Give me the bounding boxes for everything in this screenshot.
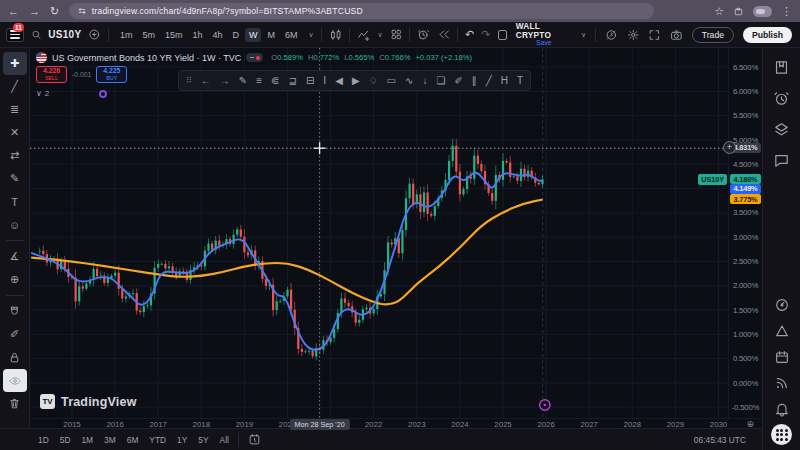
legend-toggle-icon[interactable] (246, 53, 263, 62)
hide-drawings-icon[interactable] (3, 369, 27, 392)
text-tool-icon[interactable]: T (3, 190, 27, 213)
chart-legend[interactable]: US Government Bonds 10 YR Yield · 1W · T… (36, 52, 472, 63)
layout-checkbox-icon[interactable] (498, 30, 507, 40)
zoom-tool-icon[interactable]: ⊕ (3, 268, 27, 291)
range-1d[interactable]: 1D (38, 435, 49, 445)
range-ytd[interactable]: YTD (149, 435, 166, 445)
chat-icon[interactable] (771, 149, 793, 171)
buy-button[interactable]: 4.225 BUY (96, 66, 127, 83)
timeframe-15m[interactable]: 15m (161, 28, 187, 42)
bell-icon[interactable] (771, 398, 793, 420)
plugin-dot-icon[interactable] (99, 90, 107, 98)
lock-tool-icon[interactable] (3, 346, 27, 369)
add-alert-button[interactable]: + (723, 141, 736, 154)
pattern-tool-icon[interactable]: ✕ (3, 121, 27, 144)
camera-icon[interactable] (670, 28, 683, 42)
alert-clock-icon[interactable] (417, 28, 430, 42)
trend-line-icon[interactable]: ╱ (486, 76, 492, 86)
timeframe-chevron-icon[interactable]: ∨ (308, 31, 313, 39)
timeframe-1h[interactable]: 1h (188, 28, 206, 42)
redo-icon[interactable]: ↷ (481, 28, 490, 41)
star-icon[interactable]: ☆ (714, 6, 724, 17)
market-status-icon[interactable] (605, 28, 618, 42)
text-tool-icon[interactable]: T (517, 76, 523, 86)
timeframe-M[interactable]: M (263, 28, 279, 42)
trash-icon[interactable] (3, 392, 27, 415)
calendar-icon[interactable] (771, 346, 793, 368)
templates-grid-icon[interactable] (390, 28, 403, 41)
layout-chevron-icon[interactable]: ∨ (581, 31, 586, 39)
draw-mode-icon[interactable]: ✐ (3, 323, 27, 346)
search-icon[interactable] (31, 29, 42, 40)
range-all[interactable]: All (220, 435, 229, 445)
callout-icon[interactable]: ❏ (436, 76, 445, 86)
gear-icon[interactable] (627, 28, 640, 42)
save-label[interactable]: Save (536, 40, 551, 47)
range-1y[interactable]: 1Y (177, 435, 187, 445)
undo-icon[interactable]: ↶ (465, 28, 474, 41)
layers-icon[interactable] (771, 118, 793, 140)
hotlist-icon[interactable] (771, 294, 793, 316)
volume-profile-icon[interactable]: ∥ (472, 76, 477, 86)
ideas-icon[interactable] (771, 320, 793, 342)
channel-flat-icon[interactable]: ⊟ (306, 76, 314, 86)
range-6m[interactable]: 6M (127, 435, 139, 445)
fib-tool-icon[interactable]: ≣ (3, 98, 27, 121)
measure-tool-icon[interactable]: ∡ (3, 245, 27, 268)
price-axis[interactable]: 6.500%6.000%5.500%5.000%4.500%4.000%3.50… (728, 48, 762, 428)
arrow-right-icon[interactable]: → (220, 76, 230, 86)
sell-button[interactable]: 4.226 SELL (36, 66, 67, 83)
chart-canvas[interactable] (30, 48, 728, 418)
range-1m[interactable]: 1M (81, 435, 93, 445)
indicators-icon[interactable] (357, 28, 370, 42)
crosshair-tool-icon[interactable]: ✚ (3, 52, 27, 75)
indicators-collapse-button[interactable]: ∨ 2 (36, 89, 49, 98)
rectangle-icon[interactable]: ▭ (387, 76, 396, 86)
range-5d[interactable]: 5D (60, 435, 71, 445)
parallel-lines-icon[interactable]: ≡ (256, 76, 262, 86)
brush-tool-icon[interactable]: ✎ (3, 167, 27, 190)
fullscreen-icon[interactable] (648, 28, 661, 42)
time-axis[interactable]: ⊕ 20152016201720182019202020212022202320… (30, 418, 762, 428)
apps-grid-icon[interactable] (771, 424, 792, 445)
extensions-icon[interactable] (733, 6, 744, 17)
timeframe-6M[interactable]: 6M (281, 28, 302, 42)
timeframe-D[interactable]: D (228, 28, 243, 42)
pencil-icon[interactable]: ✎ (239, 76, 247, 86)
prediction-tool-icon[interactable]: ⇄ (3, 144, 27, 167)
flag-left-icon[interactable]: ◀ (335, 76, 343, 86)
news-icon[interactable] (771, 372, 793, 394)
range-3m[interactable]: 3M (104, 435, 116, 445)
back-icon[interactable]: ← (8, 6, 19, 17)
flag-right-icon[interactable]: ▶ (352, 76, 360, 86)
range-5y[interactable]: 5Y (198, 435, 208, 445)
wave-icon[interactable]: ∿ (405, 76, 413, 86)
timeframe-1m[interactable]: 1m (116, 28, 137, 42)
publish-button[interactable]: Publish (743, 27, 792, 43)
candles-icon[interactable] (329, 28, 342, 42)
arrow-left-icon[interactable]: ← (201, 76, 211, 86)
timeframe-W[interactable]: W (245, 28, 262, 42)
timeframe-4h[interactable]: 4h (208, 28, 226, 42)
menu-icon[interactable]: ⋮ (781, 6, 792, 17)
indicators-chevron-icon[interactable]: ∨ (378, 31, 383, 39)
drag-handle-icon[interactable]: ⠿ (186, 77, 192, 85)
pin-icon[interactable]: ✐ (454, 76, 462, 86)
go-to-date-icon[interactable] (248, 433, 261, 446)
magnet-tool-icon[interactable] (3, 300, 27, 323)
channel-left-icon[interactable]: ⋐ (271, 76, 279, 86)
trade-button[interactable]: Trade (692, 27, 734, 43)
timeframe-5m[interactable]: 5m (138, 28, 159, 42)
watchlist-icon[interactable] (771, 56, 793, 78)
reload-icon[interactable]: ↻ (50, 6, 59, 17)
emoji-tool-icon[interactable]: ☺ (3, 213, 27, 236)
hline-icon[interactable]: H (501, 76, 508, 86)
browser-profile-icon[interactable] (753, 6, 772, 17)
channel-up-icon[interactable]: ⊒ (288, 76, 296, 86)
compare-plus-icon[interactable] (88, 28, 101, 41)
shapes-icon[interactable]: ♢ (369, 76, 378, 86)
replay-icon[interactable] (438, 28, 451, 41)
layout-menu-button[interactable]: WALL CRYPTO Save (516, 22, 572, 46)
arrow-down-icon[interactable]: ↓ (422, 76, 427, 86)
alarm-icon[interactable] (771, 87, 793, 109)
